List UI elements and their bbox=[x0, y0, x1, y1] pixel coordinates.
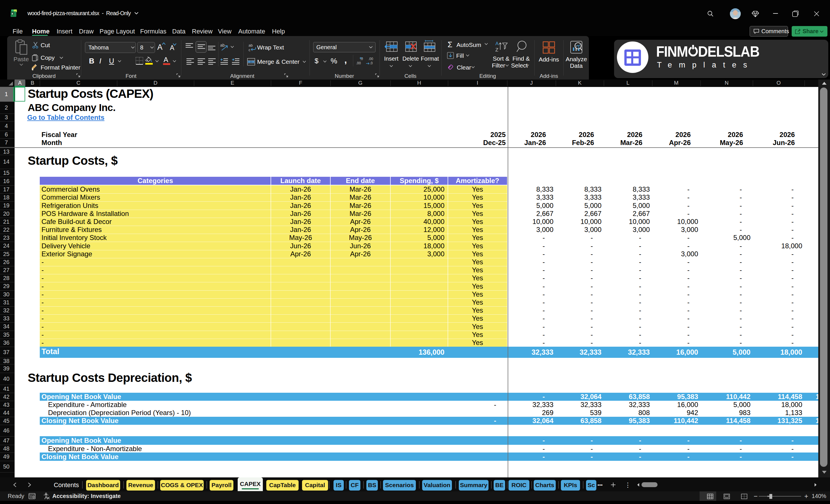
svg-text:ab: ab bbox=[249, 43, 253, 48]
svg-text:c: c bbox=[249, 48, 251, 52]
svg-text:x: x bbox=[11, 12, 13, 15]
svg-text:.0: .0 bbox=[360, 57, 363, 61]
svg-text:Z: Z bbox=[496, 47, 498, 53]
svg-text:.00: .00 bbox=[369, 57, 373, 61]
svg-text:ab: ab bbox=[220, 43, 225, 48]
svg-text:.00: .00 bbox=[356, 61, 361, 65]
svg-text:A: A bbox=[496, 41, 499, 46]
svg-text:.0: .0 bbox=[370, 61, 373, 65]
